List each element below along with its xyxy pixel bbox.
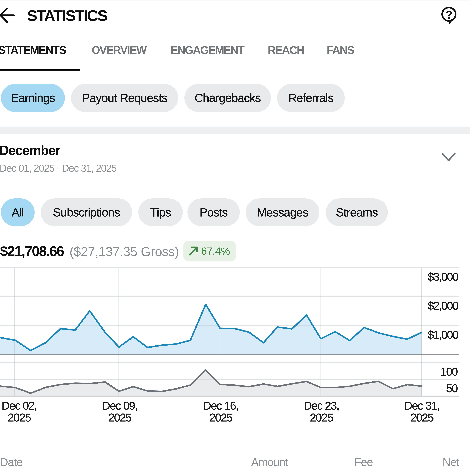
svg-text:$2,000: $2,000	[428, 299, 458, 312]
svg-text:?: ?	[446, 8, 453, 21]
svg-text:Dec 16,: Dec 16,	[203, 399, 238, 412]
svg-text:2025: 2025	[209, 411, 232, 424]
svg-text:50: 50	[446, 382, 457, 395]
svg-text:Dec 09,: Dec 09,	[102, 399, 137, 412]
svg-text:$3,000: $3,000	[428, 271, 458, 283]
svg-text:2025: 2025	[108, 411, 131, 424]
svg-text:100: 100	[441, 365, 458, 378]
svg-text:Dec 02,: Dec 02,	[1, 399, 37, 412]
svg-text:Dec 23,: Dec 23,	[304, 399, 339, 412]
svg-text:2025: 2025	[410, 411, 434, 424]
svg-text:$1,000: $1,000	[428, 328, 458, 341]
svg-text:Dec 31,: Dec 31,	[404, 399, 439, 412]
svg-text:2025: 2025	[8, 411, 31, 424]
svg-text:2025: 2025	[310, 411, 333, 424]
